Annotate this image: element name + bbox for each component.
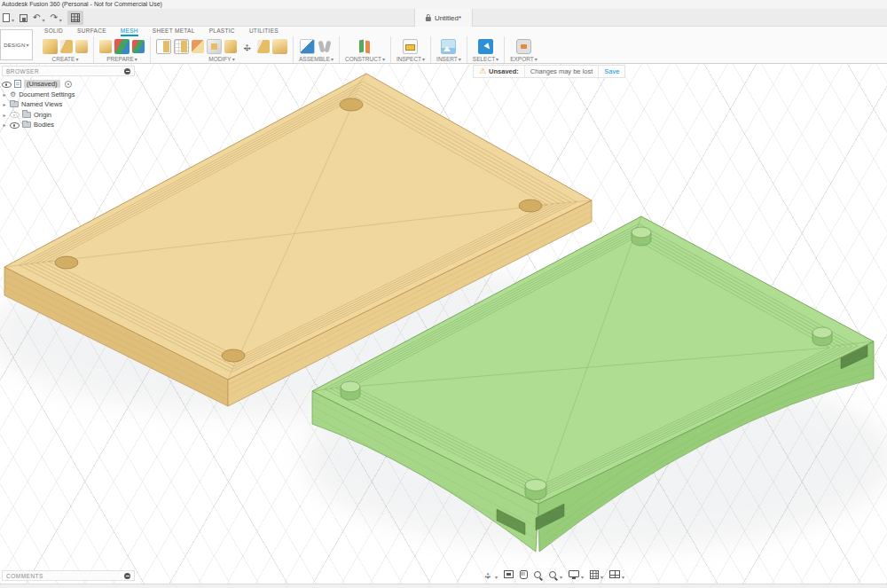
undo-button[interactable]: ↶	[33, 10, 44, 26]
convert-mesh-icon[interactable]	[132, 40, 145, 53]
redo-button[interactable]: ↷	[50, 10, 61, 26]
merge-bodies-icon[interactable]	[272, 39, 287, 54]
workspace-selector[interactable]: DESIGN	[0, 29, 33, 60]
grid-icon	[590, 570, 599, 579]
eye-icon[interactable]	[10, 111, 20, 119]
tree-item-document-settings[interactable]: ⚙ Document Settings	[2, 90, 135, 100]
ribbon-group-inspect: INSPECT	[391, 36, 431, 63]
chevron-down-icon	[534, 56, 538, 62]
orbit-icon	[483, 569, 493, 580]
folder-icon	[22, 112, 31, 118]
chevron-down-icon	[381, 56, 385, 62]
browser-tree: (Unsaved) ⚙ Document Settings Named View…	[2, 79, 135, 130]
expand-arrow-icon[interactable]	[2, 112, 7, 118]
prepare-menu[interactable]: PREPARE	[106, 56, 137, 62]
panel-collapse-icon[interactable]	[124, 68, 130, 74]
ribbon-group-modify: MODIFY	[151, 36, 294, 63]
move-icon[interactable]	[239, 39, 255, 54]
reduce-icon[interactable]	[207, 39, 222, 54]
measure-icon[interactable]	[403, 39, 418, 54]
generate-face-groups-icon[interactable]	[114, 39, 130, 54]
tab-solid[interactable]: SOLID	[44, 27, 63, 36]
panel-collapse-icon[interactable]	[124, 573, 130, 579]
select-icon[interactable]	[478, 39, 493, 54]
chevron-down-icon	[134, 56, 137, 62]
plane-cut-icon[interactable]	[257, 40, 270, 53]
new-component-icon[interactable]	[300, 39, 315, 54]
tab-mesh[interactable]: MESH	[121, 27, 138, 36]
chevron-down-icon	[11, 10, 14, 26]
viewport-canvas[interactable]: ⚠ Unsaved: Changes may be lost Save BROW…	[0, 64, 887, 584]
file-menu-button[interactable]	[3, 10, 14, 26]
undo-icon: ↶	[33, 13, 40, 22]
insert-canvas-icon[interactable]	[441, 39, 456, 54]
warning-icon: ⚠	[479, 67, 486, 75]
data-panel-grid-icon	[71, 13, 80, 22]
folder-icon	[10, 101, 19, 107]
insert-menu[interactable]: INSERT	[436, 56, 461, 62]
viewports-icon	[609, 570, 620, 578]
tab-sheet-metal[interactable]: SHEET METAL	[153, 27, 195, 36]
browser-header[interactable]: BROWSER	[2, 66, 135, 76]
fit-button[interactable]	[549, 567, 562, 583]
tree-root-unsaved[interactable]: (Unsaved)	[2, 79, 135, 90]
document-tab[interactable]: Untitled*	[414, 9, 473, 27]
warning-message: Changes may be lost	[530, 67, 593, 75]
construct-menu[interactable]: CONSTRUCT	[345, 56, 385, 62]
navigation-bar	[483, 568, 624, 581]
chevron-down-icon	[232, 56, 235, 62]
folder-icon	[22, 122, 31, 128]
construction-plane-icon[interactable]	[357, 39, 373, 54]
tab-plastic[interactable]: PLASTIC	[209, 27, 235, 36]
erase-and-fill-icon[interactable]	[192, 40, 204, 53]
orbit-button[interactable]	[483, 567, 498, 583]
warning-action-section: Save	[599, 66, 624, 77]
chevron-down-icon	[421, 56, 425, 62]
ribbon-group-construct: CONSTRUCT	[340, 36, 391, 63]
remesh-icon[interactable]	[156, 39, 171, 54]
root-label[interactable]: (Unsaved)	[24, 80, 60, 88]
tree-item-named-views[interactable]: Named Views	[2, 99, 135, 110]
modify-menu[interactable]: MODIFY	[208, 56, 234, 62]
save-link[interactable]: Save	[604, 67, 619, 75]
viewports-button[interactable]	[609, 567, 624, 583]
chevron-down-icon	[600, 567, 603, 583]
remesh-preview-icon[interactable]	[174, 39, 189, 54]
create-menu[interactable]: CREATE	[52, 56, 79, 62]
tree-item-bodies[interactable]: Bodies	[2, 120, 135, 130]
eye-icon[interactable]	[10, 121, 20, 129]
ribbon-group-export: EXPORT	[505, 36, 543, 63]
save-button[interactable]	[20, 14, 27, 22]
tessellate-icon[interactable]	[75, 40, 88, 53]
activate-component-icon[interactable]	[65, 81, 72, 88]
document-tab-label: Untitled*	[435, 14, 461, 22]
joint-icon[interactable]	[318, 39, 333, 54]
zoom-button[interactable]	[534, 571, 543, 578]
pan-button[interactable]	[520, 570, 528, 579]
assemble-menu[interactable]: ASSEMBLE	[299, 56, 334, 62]
display-settings-button[interactable]	[569, 567, 584, 583]
look-at-button[interactable]	[504, 570, 514, 578]
tab-utilities[interactable]: UTILITIES	[249, 27, 279, 36]
create-mesh-section-sketch-icon[interactable]	[60, 40, 73, 53]
expand-arrow-icon[interactable]	[2, 122, 7, 128]
eye-icon[interactable]	[2, 80, 12, 88]
expand-arrow-icon[interactable]	[2, 91, 7, 98]
inspect-menu[interactable]: INSPECT	[396, 56, 425, 62]
expand-arrow-icon[interactable]	[2, 101, 7, 107]
lock-icon	[426, 17, 431, 21]
grid-and-snaps-button[interactable]	[590, 567, 603, 583]
tab-surface[interactable]: SURFACE	[77, 27, 106, 36]
tree-item-origin[interactable]: Origin	[2, 110, 135, 121]
select-menu[interactable]: SELECT	[473, 56, 498, 62]
comments-header[interactable]: COMMENTS	[2, 570, 135, 581]
data-panel-button[interactable]	[67, 11, 83, 25]
export-3d-print-icon[interactable]	[516, 39, 531, 54]
repair-icon[interactable]	[99, 40, 112, 53]
offset-icon[interactable]	[224, 40, 237, 53]
insert-mesh-icon[interactable]	[43, 39, 58, 54]
export-menu[interactable]: EXPORT	[510, 56, 538, 62]
ribbon-group-insert: INSERT	[431, 36, 467, 63]
chevron-down-icon	[330, 56, 334, 62]
display-settings-icon	[569, 570, 579, 577]
